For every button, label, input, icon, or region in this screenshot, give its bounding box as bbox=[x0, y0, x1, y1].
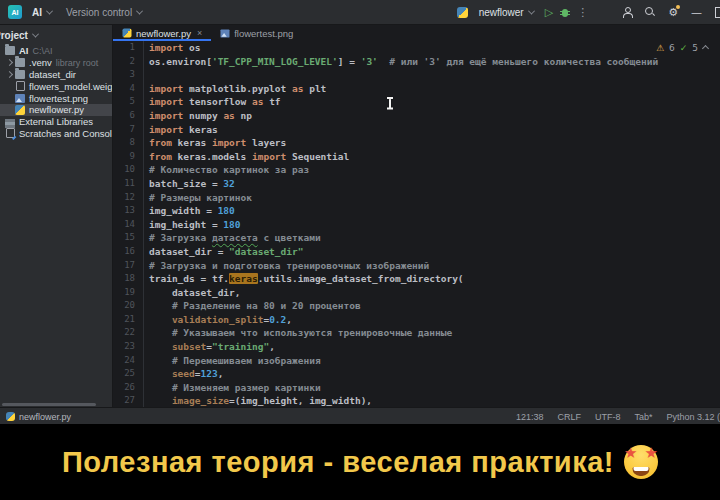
code-text: # Указываем что используются тренировочн… bbox=[144, 326, 452, 340]
code-token bbox=[149, 327, 172, 338]
code-line-6[interactable]: 6import numpy as np bbox=[113, 109, 720, 123]
code-token: keras.models bbox=[178, 151, 252, 162]
debug-button[interactable] bbox=[560, 7, 570, 18]
code-text: validation_split=0.2, bbox=[144, 313, 292, 327]
code-line-26[interactable]: 26 # Изменяем размер картинки bbox=[113, 381, 720, 395]
line-number: 12 bbox=[113, 191, 144, 205]
code-token bbox=[149, 300, 172, 311]
project-menu[interactable]: AI bbox=[28, 5, 56, 20]
code-text: dataset_dir, bbox=[144, 286, 241, 300]
chevron-right-icon[interactable] bbox=[5, 72, 15, 77]
code-line-4[interactable]: 4import matplotlib.pyplot as plt bbox=[113, 82, 720, 96]
maximize-window-button[interactable] bbox=[715, 7, 720, 18]
chevron-right-icon[interactable] bbox=[5, 60, 15, 65]
image-icon bbox=[221, 29, 230, 37]
tree-item-dataset_dir[interactable]: dataset_dir bbox=[0, 69, 112, 81]
code-token: keras bbox=[229, 273, 258, 284]
tree-item-.venv[interactable]: .venvlibrary root bbox=[0, 57, 112, 69]
code-with-me-icon[interactable] bbox=[622, 7, 632, 17]
typo-check-icon: ✓ bbox=[680, 43, 688, 53]
project-panel-header[interactable]: Project bbox=[0, 25, 112, 45]
minimize-window-button[interactable]: — bbox=[691, 7, 702, 18]
chevron-down-icon bbox=[528, 7, 535, 14]
app-logo-icon[interactable]: AI bbox=[8, 5, 22, 19]
code-line-14[interactable]: 14img_height = 180 bbox=[113, 218, 720, 232]
code-line-11[interactable]: 11batch_size = 32 bbox=[113, 177, 720, 191]
more-actions-button[interactable]: ⋮ bbox=[577, 6, 588, 19]
statusbar-segment-CRLF[interactable]: CRLF bbox=[558, 412, 582, 422]
line-number: 22 bbox=[113, 326, 144, 340]
inspections-widget[interactable]: ⚠6 ✓5 bbox=[656, 43, 708, 53]
line-number: 13 bbox=[113, 204, 144, 218]
code-token: датасета bbox=[212, 232, 258, 243]
version-control-menu[interactable]: Version control bbox=[62, 5, 146, 20]
code-line-2[interactable]: 2os.environ['TF_CPP_MIN_LOG_LEVEL'] = '3… bbox=[113, 55, 720, 69]
code-line-17[interactable]: 17# Загрузка и подготовка тренировочных … bbox=[113, 259, 720, 273]
warning-icon: ⚠ bbox=[656, 43, 664, 53]
code-token: , bbox=[218, 368, 224, 379]
code-token: keras bbox=[178, 137, 212, 148]
tab-close-icon[interactable]: × bbox=[197, 28, 202, 38]
code-line-3[interactable]: 3 bbox=[113, 68, 720, 82]
tree-item-flowertest.png[interactable]: flowertest.png bbox=[0, 92, 112, 104]
tree-item-Scratches and Consoles[interactable]: Scratches and Consoles bbox=[0, 128, 112, 140]
search-everywhere-icon[interactable] bbox=[645, 7, 655, 17]
code-token bbox=[149, 395, 172, 406]
statusbar-segments: 121:38CRLFUTF-8Tab*Python 3.12 ( bbox=[516, 408, 720, 425]
code-token: from bbox=[149, 137, 178, 148]
statusbar-file[interactable]: newflower.py bbox=[6, 408, 71, 425]
code-line-12[interactable]: 12# Размеры картинок bbox=[113, 191, 720, 205]
tree-item-newflower.py[interactable]: newflower.py bbox=[0, 104, 112, 116]
run-configuration-selector[interactable]: newflower bbox=[475, 5, 538, 20]
caption-band: Полезная теория - веселая практика! ★ ★ bbox=[0, 424, 720, 500]
code-line-22[interactable]: 22 # Указываем что используются трениров… bbox=[113, 326, 720, 340]
code-token: ] = bbox=[338, 56, 361, 67]
tab-label: flowertest.png bbox=[234, 28, 293, 39]
code-line-21[interactable]: 21 validation_split=0.2, bbox=[113, 313, 720, 327]
code-line-7[interactable]: 7import keras bbox=[113, 123, 720, 137]
code-token: seed bbox=[172, 368, 195, 379]
tree-item-flowers_model.weights.h5[interactable]: flowers_model.weights.h5 bbox=[0, 80, 112, 92]
code-token: image_size bbox=[172, 395, 229, 406]
code-line-16[interactable]: 16dataset_dir = "dataset_dir" bbox=[113, 245, 720, 259]
run-widget: newflower ▷ ⋮ bbox=[457, 5, 589, 20]
code-line-8[interactable]: 8from keras import layers bbox=[113, 136, 720, 150]
statusbar-segment-Tab[interactable]: Tab* bbox=[635, 412, 653, 422]
run-button[interactable]: ▷ bbox=[545, 6, 553, 19]
statusbar-segment-Python3.12[interactable]: Python 3.12 ( bbox=[667, 412, 720, 422]
code-text: from keras.models import Sequential bbox=[144, 150, 349, 164]
caption-text: Полезная теория - веселая практика! bbox=[62, 446, 614, 479]
code-line-9[interactable]: 9from keras.models import Sequential bbox=[113, 150, 720, 164]
star-eye-right-icon: ★ bbox=[645, 446, 658, 461]
code-line-24[interactable]: 24 # Перемешиваем изображения bbox=[113, 354, 720, 368]
tree-item-External Libraries[interactable]: External Libraries bbox=[0, 116, 112, 128]
code-line-27[interactable]: 27 image_size=(img_height, img_width), bbox=[113, 394, 720, 407]
code-line-10[interactable]: 10# Количество картинок за раз bbox=[113, 163, 720, 177]
code-line-20[interactable]: 20 # Разделение на 80 и 20 процентов bbox=[113, 299, 720, 313]
statusbar-segment-UTF8[interactable]: UTF-8 bbox=[595, 412, 621, 422]
code-line-13[interactable]: 13img_width = 180 bbox=[113, 204, 720, 218]
code-editor[interactable]: ⚠6 ✓5 1import os2os.environ['TF_CPP_MIN_… bbox=[113, 41, 720, 407]
settings-gear-icon[interactable]: ⚙ bbox=[668, 7, 678, 18]
code-line-18[interactable]: 18train_ds = tf.keras.utils.image_datase… bbox=[113, 272, 720, 286]
code-token: import bbox=[149, 42, 189, 53]
tab-flowertest.png[interactable]: flowertest.png bbox=[211, 25, 302, 41]
code-line-1[interactable]: 1import os bbox=[113, 41, 720, 55]
tab-newflower.py[interactable]: newflower.py× bbox=[113, 25, 211, 41]
code-line-5[interactable]: 5import tensorflow as tf bbox=[113, 95, 720, 109]
project-tree: AIC:\AI.venvlibrary rootdataset_dirflowe… bbox=[0, 45, 112, 139]
tree-item-AI[interactable]: AIC:\AI bbox=[0, 45, 112, 57]
emoji-mouth bbox=[633, 467, 650, 476]
code-token: tf bbox=[269, 96, 280, 107]
code-line-25[interactable]: 25 seed=123, bbox=[113, 367, 720, 381]
code-token: train_ds = tf. bbox=[149, 273, 229, 284]
code-line-23[interactable]: 23 subset="training", bbox=[113, 340, 720, 354]
code-line-15[interactable]: 15# Загрузка датасета с цветками bbox=[113, 231, 720, 245]
star-eye-left-icon: ★ bbox=[624, 446, 637, 461]
project-panel-horizontal-scrollbar[interactable] bbox=[2, 403, 96, 406]
chevron-down-icon bbox=[46, 7, 53, 14]
code-line-19[interactable]: 19 dataset_dir, bbox=[113, 286, 720, 300]
code-token bbox=[378, 56, 389, 67]
folder-icon bbox=[15, 58, 25, 67]
statusbar-segment-121:38[interactable]: 121:38 bbox=[516, 412, 544, 422]
